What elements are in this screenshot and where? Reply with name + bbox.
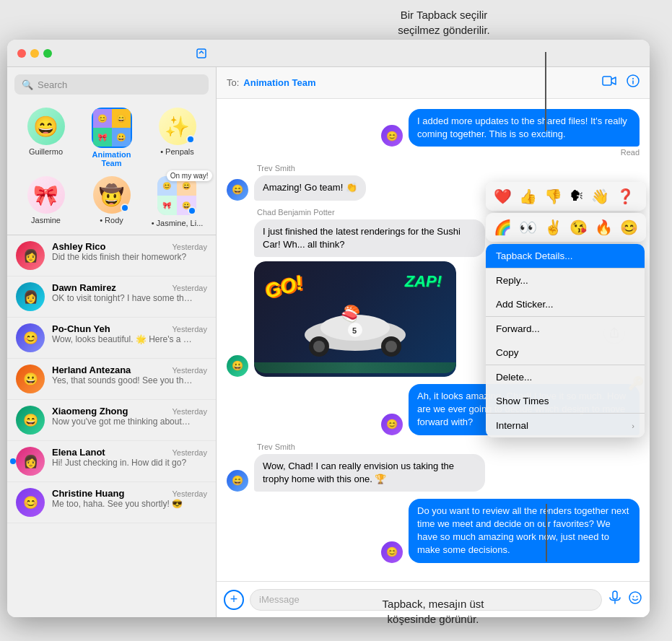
pinned-label-rody: • Rody [100, 216, 123, 224]
ctx-reply[interactable]: Reply... [486, 269, 645, 292]
ctx-add-sticker[interactable]: Add Sticker... [486, 292, 645, 316]
msg-outgoing-1: I added more updates to the shared files… [227, 109, 640, 157]
emoji-peace[interactable]: ✌️ [542, 217, 564, 238]
ctx-forward-label: Forward... [496, 323, 540, 334]
conv-time-elena: Yesterday [172, 448, 207, 457]
emoji-kiss[interactable]: 😘 [567, 217, 590, 238]
ctx-tapback-details[interactable]: Tapback Details... [486, 244, 645, 268]
conv-name-dawn-ramirez: Dawn Ramirez [52, 282, 116, 293]
conv-item-dawn-ramirez[interactable]: 👩 Dawn Ramirez Yesterday OK to visit ton… [7, 276, 216, 318]
svg-point-12 [385, 341, 397, 352]
annotation-line-bottom [546, 504, 547, 562]
avatar-msg-2: 😄 [227, 179, 248, 201]
conv-item-herland[interactable]: 😀 Herland Antezana Yesterday Yes, that s… [7, 359, 216, 400]
annotation-top: Bir Tapback seçilirseçilmez gönderilir. [354, 7, 534, 38]
input-placeholder: iMessage [259, 594, 300, 605]
conv-item-elena[interactable]: 👩 Elena Lanot Yesterday Hi! Just checkin… [7, 441, 216, 482]
ctx-show-times[interactable]: Show Times [486, 389, 645, 413]
ctx-copy[interactable]: Copy [486, 341, 645, 365]
emoji-smile[interactable]: 😊 [618, 217, 640, 238]
emoji-thumbsup[interactable]: 👍 [517, 186, 539, 207]
svg-point-3 [632, 78, 634, 79]
svg-rect-0 [197, 49, 206, 58]
avatar-msg-4: 😊 [381, 414, 403, 435]
avatar-msg-6: 😊 [381, 541, 403, 563]
pinned-label-jasmine: Jasmine [31, 216, 61, 224]
jasmine-li-badge [188, 206, 196, 215]
conv-content-ashley-rico: Ashley Rico Yesterday Did the kids finis… [52, 241, 207, 262]
pinned-item-jasmine-li[interactable]: 😊 😄 🎀 😀 On my way! • Jasmine, Li... [149, 176, 206, 227]
pinned-item-guillermo[interactable]: 😄 Guillermo [17, 108, 75, 167]
emoji-bar-row1: ❤️ 👍 👎 🗣 👋 ❓ [486, 182, 646, 211]
emoji-fire[interactable]: 🔥 [593, 217, 615, 238]
to-label: To: [227, 77, 239, 88]
ctx-forward[interactable]: Forward... [486, 317, 645, 341]
search-placeholder: Search [38, 79, 67, 90]
avatar-msg-1: 😊 [381, 125, 403, 147]
app-window: 🔍 Search 😄 Guillermo 😊 😄 [7, 40, 650, 617]
bubble-6: Do you want to review all the renders to… [409, 499, 640, 563]
conv-item-christine[interactable]: 😊 Christine Huang Yesterday Me too, haha… [7, 482, 216, 523]
maximize-button[interactable] [43, 49, 52, 58]
conv-name-elena: Elena Lanot [52, 447, 105, 458]
emoji-rainbow[interactable]: 🌈 [492, 217, 514, 238]
ctx-copy-label: Copy [496, 347, 519, 358]
ctx-tapback-details-label: Tapback Details... [496, 250, 573, 261]
conv-item-po-chun-yeh[interactable]: 😊 Po-Chun Yeh Yesterday Wow, looks beaut… [7, 318, 216, 359]
conv-preview-herland: Yes, that sounds good! See you then. [52, 375, 193, 385]
emoji-eyes[interactable]: 👀 [517, 217, 539, 238]
conv-header-christine: Christine Huang Yesterday [52, 488, 207, 499]
video-call-icon[interactable] [602, 75, 616, 90]
pinned-label-animation-team: Animation Team [83, 150, 141, 167]
info-icon[interactable] [627, 74, 640, 91]
voice-button[interactable] [608, 590, 622, 609]
emoji-thumbsdown[interactable]: 👎 [542, 186, 564, 207]
msg-group-6: Do you want to review all the renders to… [227, 499, 640, 563]
msg-group-5: Trev Smith 😄 Wow, Chad! I can really env… [227, 442, 640, 492]
ctx-internal[interactable]: Internal › [486, 414, 645, 437]
bubble-1: I added more updates to the shared files… [409, 109, 640, 147]
emoji-question[interactable]: ❓ [614, 186, 637, 207]
on-my-way-badge: On my way! [167, 170, 212, 181]
pinned-item-penpals[interactable]: ✨ • Penpals [149, 108, 206, 167]
avatar-herland: 😀 [16, 365, 45, 393]
pinned-row-1: 😄 Guillermo 😊 😄 🎀 😀 [7, 103, 216, 172]
ctx-delete[interactable]: Delete... [486, 365, 645, 389]
svg-rect-14 [613, 591, 617, 599]
pinned-row-2: 🎀 Jasmine 🤠 • Rody 😊 😄 [7, 172, 216, 232]
add-button[interactable]: + [224, 590, 244, 610]
compose-button[interactable] [193, 45, 209, 61]
search-icon: 🔍 [22, 79, 33, 90]
close-button[interactable] [17, 49, 26, 58]
pinned-item-animation-team[interactable]: 😊 😄 🎀 😀 Animation Team [83, 108, 141, 167]
context-menu-wrapper: ❤️ 👍 👎 🗣 👋 ❓ 🌈 👀 ✌️ 😘 🔥 😊 [486, 182, 646, 437]
conv-header-xiaomeng: Xiaomeng Zhong Yesterday [52, 406, 207, 417]
conv-preview-ashley-rico: Did the kids finish their homework? [52, 252, 193, 262]
annotation-bottom: Tapback, mesajın üstköşesinde görünür. [354, 596, 512, 627]
msg-group-1: I added more updates to the shared files… [227, 109, 640, 157]
emoji-heart[interactable]: ❤️ [492, 186, 514, 207]
chat-header-icons [602, 74, 640, 91]
pinned-item-rody[interactable]: 🤠 • Rody [83, 176, 141, 227]
pinned-item-jasmine[interactable]: 🎀 Jasmine [17, 176, 75, 227]
emoji-button[interactable] [628, 590, 642, 609]
msg-row-6: Do you want to review all the renders to… [381, 499, 640, 563]
chat-area: To: Animation Team [217, 67, 650, 617]
minimize-button[interactable] [30, 49, 39, 58]
conv-name-christine: Christine Huang [52, 488, 124, 499]
conv-name-xiaomeng: Xiaomeng Zhong [52, 406, 128, 417]
conv-item-xiaomeng[interactable]: 😄 Xiaomeng Zhong Yesterday Now you've go… [7, 400, 216, 441]
emoji-speak[interactable]: 🗣 [567, 186, 586, 207]
ctx-internal-label: Internal [496, 420, 528, 431]
msg-outgoing-6: Do you want to review all the renders to… [227, 499, 640, 563]
conv-time-herland: Yesterday [172, 366, 207, 375]
search-bar[interactable]: 🔍 Search [14, 74, 209, 95]
conv-header-elena: Elena Lanot Yesterday [52, 447, 207, 458]
unread-dot-elena [10, 458, 16, 464]
conv-name-herland: Herland Antezana [52, 365, 131, 375]
conv-item-ashley-rico[interactable]: 👩 Ashley Rico Yesterday Did the kids fin… [7, 235, 216, 276]
conv-preview-christine: Me too, haha. See you shortly! 😎 [52, 499, 193, 509]
avatar-guillermo: 😄 [27, 108, 65, 145]
avatar-dawn-ramirez: 👩 [16, 282, 45, 311]
emoji-wave[interactable]: 👋 [589, 186, 611, 207]
